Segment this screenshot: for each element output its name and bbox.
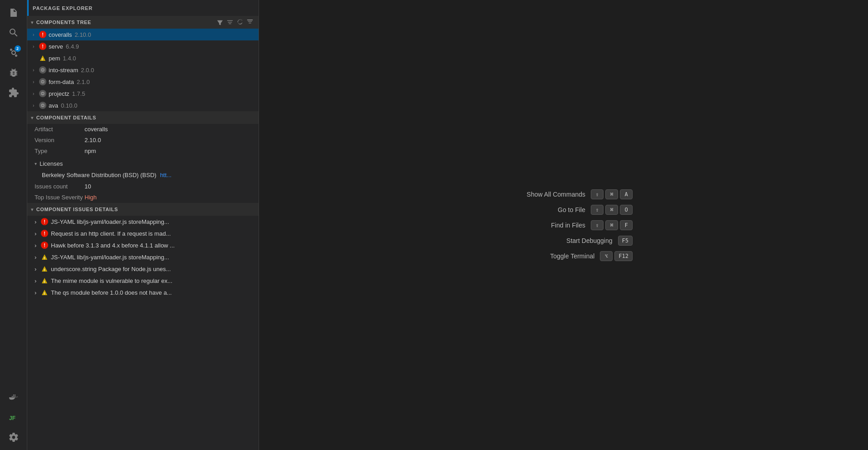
licenses-label: Licenses [40,160,63,167]
source-control-badge: 2 [15,45,21,52]
jfrog-icon[interactable]: JF [5,408,23,426]
top-issue-value: High [85,194,97,201]
tree-item-name: form-data [49,79,74,85]
type-label: Type [35,148,85,154]
artifact-value: coveralls [85,126,108,133]
tree-item-version: 1.4.0 [63,55,76,62]
issue-item-2[interactable]: › ! Request is an http client. If a requ… [27,227,259,239]
chevron-right-icon: › [33,32,39,37]
chevron-icon: › [35,277,41,284]
tree-item-pem[interactable]: ! pem 1.4.0 [27,52,259,64]
svg-text:!: ! [44,268,45,272]
command-row-4: Start Debugging F5 [522,236,633,246]
docker-icon[interactable] [5,388,23,406]
settings-icon[interactable] [5,428,23,446]
issue-text: JS-YAML lib/js-yaml/loader.js storeMappi… [51,254,169,261]
tree-item-name: ava [49,102,58,109]
error-icon: ! [41,230,48,237]
kbd-shift: ⇧ [591,205,604,215]
tree-item-serve[interactable]: › ! serve 6.4.9 [27,40,259,52]
chevron-icon: › [35,266,41,272]
svg-text:!: ! [44,292,45,296]
activity-bar: 2 JF [0,0,27,450]
tree-item-version: 6.4.9 [66,43,79,50]
components-tree-header[interactable]: ▾ COMPONENTS TREE [27,16,259,29]
component-issues-label: COMPONENT ISSUES DETAILS [36,207,118,212]
chevron-right-icon: › [33,44,39,49]
panel-title: PACKAGE EXPLORER [33,5,253,11]
command-label-3: Find in Files [494,222,585,229]
tree-item-version: 2.0.0 [81,67,94,74]
tree-item-coveralls[interactable]: › ! coveralls 2.10.0 [27,29,259,40]
tree-item-ava[interactable]: › ava 0.10.0 [27,99,259,111]
kbd-group-3: ⇧ ⌘ F [591,220,633,230]
command-row-5: Toggle Terminal ⌥ F12 [504,251,633,261]
kbd-f5: F5 [618,236,633,246]
chevron-icon: › [35,230,41,237]
tree-item-version: 1.7.5 [72,90,85,97]
issue-item-1[interactable]: › ! JS-YAML lib/js-yaml/loader.js storeM… [27,216,259,227]
chevron-right-icon: › [33,91,39,96]
issue-text: Hawk before 3.1.3 and 4.x before 4.1.1 a… [51,242,175,249]
source-control-icon[interactable]: 2 [5,44,23,62]
refresh-action-btn[interactable] [235,18,245,26]
command-row-2: Go to File ⇧ ⌘ O [494,205,633,215]
license-item: Berkeley Software Distribution (BSD) (BS… [27,169,259,180]
command-label-4: Start Debugging [522,237,613,244]
chevron-right-icon: › [33,103,39,108]
warning-icon: ! [41,277,48,284]
kbd-group-4: F5 [618,236,633,246]
chevron-icon: › [35,218,41,225]
sort-action-btn[interactable] [225,18,235,26]
chevron-down-icon: ▾ [31,207,34,212]
warning-icon: ! [39,54,46,62]
detail-row-type: Type npm [27,146,259,157]
issue-text: The qs module before 1.0.0 does not have… [51,289,172,296]
command-palette: Show All Commands ⇧ ⌘ A Go to File ⇧ ⌘ O… [494,189,633,261]
chevron-down-icon: ▾ [35,161,37,166]
tree-item-form-data[interactable]: › form-data 2.1.0 [27,76,259,88]
chevron-down-icon: ▾ [31,115,34,120]
issue-item-6[interactable]: › ! The mime module is vulnerable to reg… [27,275,259,287]
tree-container[interactable]: ▾ COMPONENTS TREE › ! coveralls 2.10.0 [27,16,259,450]
svg-text:!: ! [44,280,45,284]
kbd-f: F [620,220,633,230]
tree-item-into-stream[interactable]: › into-stream 2.0.0 [27,64,259,76]
detail-row-version: Version 2.10.0 [27,135,259,146]
warning-icon: ! [41,253,48,261]
license-name: Berkeley Software Distribution (BSD) (BS… [42,172,156,178]
license-link[interactable]: htt... [160,172,171,178]
licenses-header[interactable]: ▾ Licenses [27,158,259,169]
extensions-icon[interactable] [5,84,23,102]
issue-item-7[interactable]: › ! The qs module before 1.0.0 does not … [27,287,259,298]
issue-item-4[interactable]: › ! JS-YAML lib/js-yaml/loader.js storeM… [27,251,259,263]
collapse-action-btn[interactable] [245,18,255,26]
artifact-label: Artifact [35,126,85,133]
svg-text:JF: JF [9,415,15,421]
search-icon[interactable] [5,24,23,42]
neutral-icon [39,66,46,74]
kbd-group-1: ⇧ ⌘ A [591,189,633,199]
issue-item-3[interactable]: › ! Hawk before 3.1.3 and 4.x before 4.1… [27,239,259,251]
tree-item-version: 0.10.0 [61,102,77,109]
component-issues-header[interactable]: ▾ COMPONENT ISSUES DETAILS [27,203,259,216]
detail-row-top-issue: Top Issue Severity High [27,192,259,203]
issue-item-5[interactable]: › ! underscore.string Package for Node.j… [27,263,259,275]
tree-item-name: into-stream [49,67,78,74]
issue-text: The mime module is vulnerable to regular… [51,277,172,284]
command-label-1: Show All Commands [494,191,585,198]
svg-text:!: ! [42,57,43,61]
files-icon[interactable] [5,4,23,22]
tree-item-projectz[interactable]: › projectz 1.7.5 [27,88,259,99]
tree-item-name: projectz [49,90,70,97]
warning-icon: ! [41,265,48,272]
debug-icon[interactable] [5,64,23,82]
components-tree-label: COMPONENTS TREE [36,20,91,25]
kbd-group-2: ⇧ ⌘ O [591,205,633,215]
detail-row-artifact: Artifact coveralls [27,124,259,135]
main-area: Show All Commands ⇧ ⌘ A Go to File ⇧ ⌘ O… [259,0,868,450]
component-details-header[interactable]: ▾ COMPONENT DETAILS [27,111,259,124]
kbd-cmd: ⌘ [605,220,618,230]
filter-action-btn[interactable] [215,18,225,26]
command-label-5: Toggle Terminal [504,252,594,260]
